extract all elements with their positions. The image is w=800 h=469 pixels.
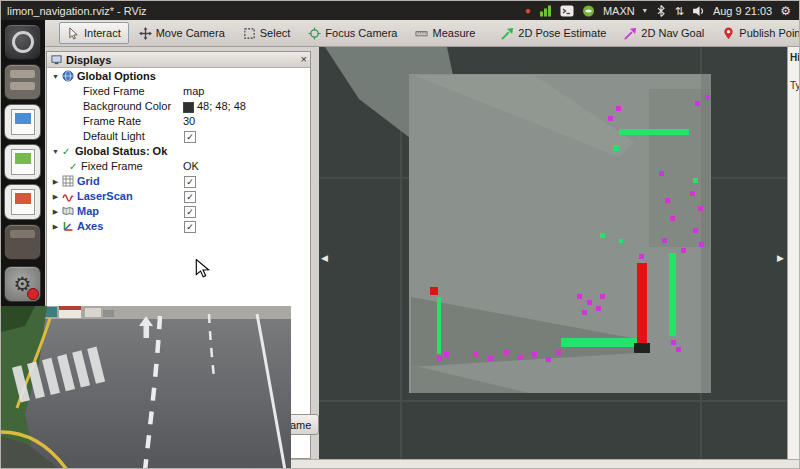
checkbox[interactable]: ✓ — [184, 131, 196, 143]
row-value[interactable]: 48; 48; 48 — [197, 99, 246, 114]
launcher-item-archive[interactable] — [4, 224, 41, 260]
checkbox[interactable]: ✓ — [184, 221, 196, 233]
rviz-logo-icon — [12, 31, 34, 53]
bluetooth-icon[interactable] — [655, 4, 667, 18]
globe-icon — [62, 70, 74, 82]
nav-goal-arrow-icon — [624, 27, 637, 40]
expander-icon[interactable]: ▶ — [51, 174, 60, 189]
focus-camera-icon — [308, 27, 321, 40]
move-camera-tool-button[interactable]: Move Camera — [131, 22, 233, 44]
row-label: Frame Rate — [83, 114, 141, 129]
axes-display-icon — [62, 220, 74, 232]
publish-point-tool-button[interactable]: Publish Point — [714, 22, 800, 44]
status-ok-icon: ✓ — [69, 159, 77, 174]
row-value[interactable]: 30 — [183, 114, 195, 129]
measure-ruler-icon — [415, 27, 428, 40]
panel-splitter[interactable] — [311, 47, 319, 459]
right-panel-text-fragment: Hi — [790, 52, 800, 63]
tool-label: Focus Camera — [325, 27, 397, 39]
focus-camera-tool-button[interactable]: Focus Camera — [300, 22, 405, 44]
render-3d-view[interactable] — [319, 47, 787, 459]
unity-launcher: ⚙ — [1, 20, 45, 306]
chevron-down-icon: ▾ — [643, 6, 647, 15]
measure-tool-button[interactable]: Measure — [407, 22, 483, 44]
row-label: Fixed Frame — [81, 159, 143, 174]
expander-icon[interactable]: ▶ — [51, 189, 60, 204]
nvidia-icon[interactable] — [582, 4, 595, 18]
row-value[interactable]: map — [183, 84, 204, 99]
checkbox[interactable]: ✓ — [184, 191, 196, 203]
close-icon[interactable]: × — [301, 52, 307, 66]
row-fixed-frame-status[interactable]: ✓ Fixed Frame OK — [47, 159, 310, 174]
grid-display-icon — [62, 175, 74, 187]
interact-tool-button[interactable]: Interact — [59, 22, 129, 44]
checkbox[interactable]: ✓ — [184, 206, 196, 218]
mouse-cursor — [194, 259, 212, 278]
tool-label: 2D Nav Goal — [641, 27, 704, 39]
row-laserscan-display[interactable]: ▶ LaserScan ✓ — [47, 189, 310, 204]
indicator-label[interactable]: MAXN — [603, 5, 635, 17]
displays-panel-title: Displays — [66, 54, 111, 66]
row-label: LaserScan — [77, 189, 133, 204]
document-icon — [11, 109, 35, 135]
row-label: Default Light — [83, 129, 145, 144]
row-grid-display[interactable]: ▶ Grid ✓ — [47, 174, 310, 189]
launcher-item-system-settings[interactable]: ⚙ — [4, 266, 41, 302]
row-global-status[interactable]: ▼ ✓ Global Status: Ok — [47, 144, 310, 159]
window-title: limon_navigation.rviz* - RViz — [7, 5, 147, 17]
color-swatch[interactable] — [183, 102, 194, 113]
expander-icon[interactable]: ▼ — [51, 69, 60, 84]
tool-label: Move Camera — [156, 27, 225, 39]
row-label: Global Status: Ok — [75, 144, 167, 159]
pose-estimate-tool-button[interactable]: 2D Pose Estimate — [493, 22, 614, 44]
launcher-item-rviz[interactable] — [4, 24, 41, 60]
row-fixed-frame[interactable]: Fixed Frame map — [47, 84, 310, 99]
volume-icon[interactable] — [692, 4, 705, 18]
map-display-icon — [62, 205, 74, 217]
launcher-item-file-manager[interactable] — [4, 64, 41, 100]
desktop-screen: ◀ ▶ Hi Ty Displays × ▼ Global Options — [0, 0, 800, 469]
terminal-icon[interactable] — [560, 4, 574, 18]
views-panel-sliver[interactable]: Hi Ty — [787, 47, 800, 459]
system-tray: ● MAXN ▾ ⇅ Aug 9 21:03 — [525, 1, 791, 20]
select-tool-button[interactable]: Select — [235, 22, 299, 44]
launcher-item-writer-document[interactable] — [4, 104, 41, 140]
archive-band-icon — [10, 230, 35, 238]
panel-collapse-right-icon[interactable]: ▶ — [777, 253, 784, 263]
camera-image-view — [1, 306, 291, 469]
launcher-item-calc-document[interactable] — [4, 144, 41, 180]
tool-label: Select — [260, 27, 291, 39]
row-map-display[interactable]: ▶ Map ✓ — [47, 204, 310, 219]
displays-panel-header[interactable]: Displays × — [47, 52, 310, 68]
expander-icon[interactable]: ▶ — [51, 219, 60, 234]
screen-record-icon[interactable]: ● — [525, 4, 531, 18]
drawer-icon — [10, 70, 35, 78]
row-default-light[interactable]: Default Light ✓ — [47, 129, 310, 144]
move-camera-icon — [139, 27, 152, 40]
row-label: Grid — [77, 174, 100, 189]
checkbox[interactable]: ✓ — [184, 176, 196, 188]
row-label: Background Color — [83, 99, 171, 114]
row-frame-rate[interactable]: Frame Rate 30 — [47, 114, 310, 129]
rviz-toolbar: Interact Move Camera Select Focus Camera — [1, 20, 799, 47]
row-label: Map — [77, 204, 99, 219]
nav-goal-tool-button[interactable]: 2D Nav Goal — [616, 22, 712, 44]
panel-collapse-left-icon[interactable]: ◀ — [321, 253, 328, 263]
session-gear-icon[interactable]: ⚙ — [780, 4, 791, 18]
expander-icon[interactable]: ▼ — [51, 144, 60, 159]
clock[interactable]: Aug 9 21:03 — [713, 5, 772, 17]
launcher-item-impress-document[interactable] — [4, 184, 41, 220]
row-background-color[interactable]: Background Color 48; 48; 48 — [47, 99, 310, 114]
presentation-icon — [11, 189, 35, 215]
chart-icon[interactable] — [539, 4, 552, 18]
row-global-options[interactable]: ▼ Global Options — [47, 69, 310, 84]
ubuntu-menubar: limon_navigation.rviz* - RViz ● MAXN ▾ ⇅ — [1, 1, 799, 20]
pose-estimate-arrow-icon — [501, 27, 514, 40]
laserscan-display-icon — [62, 190, 74, 202]
row-axes-display[interactable]: ▶ Axes ✓ — [47, 219, 310, 234]
expander-icon[interactable]: ▶ — [51, 204, 60, 219]
row-value: OK — [183, 159, 199, 174]
select-box-icon — [243, 27, 256, 40]
network-sync-icon[interactable]: ⇅ — [675, 4, 684, 18]
drawer-icon — [10, 82, 35, 90]
